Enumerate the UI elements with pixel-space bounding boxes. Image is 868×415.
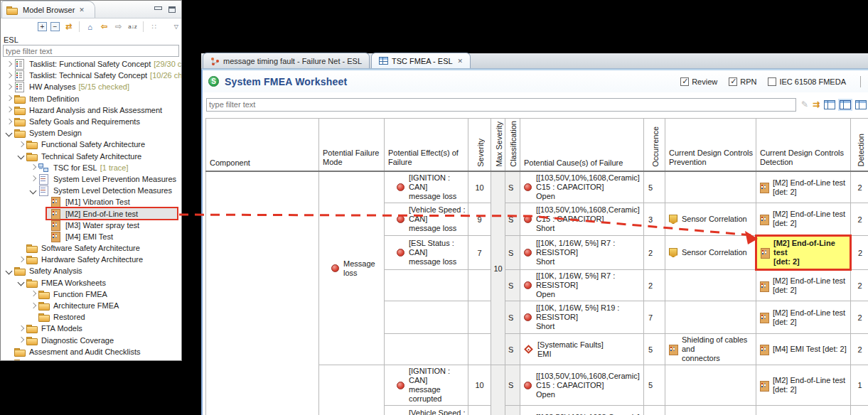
severity-cell[interactable]: 10 xyxy=(468,171,491,203)
tree-item-software-safety-architecture[interactable]: Software Safety Architecture xyxy=(1,242,181,254)
export-icon[interactable]: ✎ xyxy=(801,99,808,109)
expand-arrow-icon[interactable] xyxy=(5,117,14,126)
effect-cell[interactable]: [IGNITION : CAN] message loss xyxy=(385,171,468,203)
severity-cell[interactable]: 9 xyxy=(468,203,491,236)
forward-icon[interactable]: ⇨ xyxy=(113,21,124,32)
detection-cell[interactable]: 2 xyxy=(851,301,868,334)
severity-cell[interactable] xyxy=(468,301,491,334)
tree-item-restored[interactable]: Restored xyxy=(1,311,181,323)
prevention-cell[interactable] xyxy=(665,171,756,203)
prevention-cell[interactable]: Sensor Correlation xyxy=(665,236,756,270)
occurrence-cell[interactable]: 2 xyxy=(644,270,665,301)
effect-cell[interactable] xyxy=(385,334,468,365)
cause-cell[interactable]: [Systematic Faults] EMI xyxy=(520,334,644,365)
component-cell[interactable]: − CAN Transceiver xyxy=(206,171,319,415)
home-icon[interactable]: ⌂ xyxy=(85,21,95,32)
expand-arrow-icon[interactable] xyxy=(5,82,14,92)
occurrence-cell[interactable]: 7 xyxy=(644,301,665,334)
review-option[interactable]: Review xyxy=(680,77,717,86)
expand-arrow-icon[interactable] xyxy=(5,71,14,80)
expand-arrow-icon[interactable] xyxy=(5,60,14,69)
detection-cell[interactable]: 2 xyxy=(851,334,868,365)
cause-cell[interactable]: [[103,50V,10%,1608,Ceramic] C15 : CAPACI… xyxy=(520,406,644,415)
tree-item-hw-analyses[interactable]: HW Analyses[5/15 checked] xyxy=(1,81,181,92)
cause-cell[interactable]: [[103,50V,10%,1608,Ceramic] C15 : CAPACI… xyxy=(520,203,644,236)
review-checkbox[interactable] xyxy=(680,77,689,86)
expand-arrow-icon[interactable] xyxy=(5,105,14,114)
severity-cell[interactable]: 10 xyxy=(468,406,491,415)
close-icon[interactable]: ✕ xyxy=(458,58,464,65)
effect-cell[interactable]: [Vehicle Speed : CAN] message loss xyxy=(385,203,468,236)
expand-arrow-icon[interactable] xyxy=(29,301,38,311)
maximize-icon[interactable] xyxy=(168,6,176,13)
tree-item-hardware-safety-architecture[interactable]: Hardware Safety Architecture xyxy=(1,254,181,265)
detection-control-cell[interactable]: [M2] End-of-Line test [det: 2] xyxy=(756,365,851,406)
tree-item-architecture-fmea[interactable]: Architecture FMEA xyxy=(1,300,181,311)
cause-cell[interactable]: [[10K, 1/16W, 5%] R7 : RESISTOR] Open xyxy=(520,270,644,301)
collapse-arrow-icon[interactable] xyxy=(17,278,26,287)
expand-arrow-icon[interactable] xyxy=(17,140,26,149)
max-severity-cell[interactable]: 10 xyxy=(491,171,505,365)
detection-control-cell[interactable]: [M2] End-of-Line test [det: 2] xyxy=(756,301,851,334)
cause-cell[interactable]: [[103,50V,10%,1608,Ceramic] C15 : CAPACI… xyxy=(520,365,644,406)
severity-cell[interactable] xyxy=(468,334,491,365)
classification-cell[interactable]: S xyxy=(505,301,520,334)
detection-control-cell[interactable]: [M2] End-of-Line test [det: 2] xyxy=(756,203,851,236)
effect-cell[interactable] xyxy=(385,301,468,334)
table-view-2-icon[interactable] xyxy=(840,100,851,109)
minimize-icon[interactable] xyxy=(154,6,161,13)
severity-cell[interactable]: 7 xyxy=(468,236,491,270)
classification-cell[interactable]: S xyxy=(505,171,520,203)
occurrence-cell[interactable]: 5 xyxy=(644,365,665,406)
occurrence-cell[interactable]: 5 xyxy=(644,171,665,203)
rpn-checkbox[interactable] xyxy=(729,77,737,86)
cause-cell[interactable]: [[103,50V,10%,1608,Ceramic] C15 : CAPACI… xyxy=(520,171,644,203)
classification-cell[interactable]: S xyxy=(505,270,520,301)
detection-cell[interactable]: 1 xyxy=(851,406,868,415)
back-icon[interactable]: ⇦ xyxy=(99,21,109,32)
detection-cell[interactable]: 2 xyxy=(851,236,868,270)
cause-cell[interactable]: [[10K, 1/16W, 5%] R19 : RESISTOR] Short xyxy=(520,301,644,334)
view-menu-dots-icon[interactable]: ∷ xyxy=(149,21,159,32)
expand-arrow-icon[interactable] xyxy=(29,289,38,298)
close-icon[interactable]: ✕ xyxy=(79,6,85,14)
classification-cell[interactable]: S xyxy=(505,236,520,270)
sort-az-icon[interactable]: a↓z xyxy=(127,21,138,32)
detection-control-cell[interactable]: [M2] End-of-Line test [det: 2] xyxy=(756,171,851,203)
tree-item-safety-analysis[interactable]: Safety Analysis xyxy=(1,265,181,276)
prevention-cell[interactable] xyxy=(665,270,756,301)
expand-all-icon[interactable]: + xyxy=(38,22,47,31)
occurrence-cell[interactable]: 3 xyxy=(644,406,665,415)
tab-tsc-fmea[interactable]: TSC FMEA - ESL ✕ xyxy=(371,53,471,68)
effect-cell[interactable] xyxy=(385,270,468,301)
tree-item-assesment-and-audit-checklists[interactable]: Assesment and Audit Checklists xyxy=(1,346,181,357)
prevention-cell[interactable] xyxy=(665,365,756,406)
tree-item-system-level-detection-measures[interactable]: System Level Detection Measures xyxy=(1,185,181,196)
prevention-cell[interactable] xyxy=(665,301,756,334)
expand-arrow-icon[interactable] xyxy=(29,174,38,183)
tree-item-tasklist-functional-safety-concept[interactable]: Tasklist: Functional Safety Concept[29/3… xyxy=(1,58,181,70)
tree-item-tasklist-technical-safety-concept[interactable]: Tasklist: Technical Safety Concept[10/26… xyxy=(1,70,181,81)
tree-item-function-fmea[interactable]: Function FMEA xyxy=(1,289,181,300)
tree-filter-input[interactable] xyxy=(3,45,179,57)
severity-cell[interactable]: 10 xyxy=(468,365,491,406)
tree-item-item-definition[interactable]: Item Definition xyxy=(1,93,181,104)
occurrence-cell[interactable]: 5 xyxy=(644,334,665,365)
max-severity-cell[interactable] xyxy=(491,365,505,415)
tree-item-system-level-prevention-measures[interactable]: System Level Prevention Measures xyxy=(1,173,181,185)
collapse-all-icon[interactable]: − xyxy=(50,22,60,31)
tree-item-fmea-worksheets[interactable]: FMEA Worksheets xyxy=(1,277,181,289)
expand-arrow-icon[interactable] xyxy=(29,163,38,172)
worksheet-filter-input[interactable] xyxy=(206,98,796,112)
severity-cell[interactable] xyxy=(468,270,491,301)
tree-item-system-design[interactable]: System Design xyxy=(1,127,181,139)
highlighted-detection-control-cell[interactable]: [M2] End-of-Line test [det: 2] xyxy=(756,236,851,270)
rpn-option[interactable]: RPN xyxy=(729,77,756,86)
tree-item-partial-26[interactable] xyxy=(1,357,181,361)
tree-item-m1-vibration-test[interactable]: [M1] Vibration Test xyxy=(1,196,181,208)
classification-cell[interactable]: S xyxy=(505,334,520,365)
detection-control-cell[interactable]: [M2] End-of-Line test [det: 2] xyxy=(756,270,851,301)
table-view-1-icon[interactable] xyxy=(824,100,835,109)
collapse-arrow-icon[interactable] xyxy=(5,266,14,276)
model-browser-tab[interactable]: Model Browser ✕ xyxy=(1,1,95,18)
